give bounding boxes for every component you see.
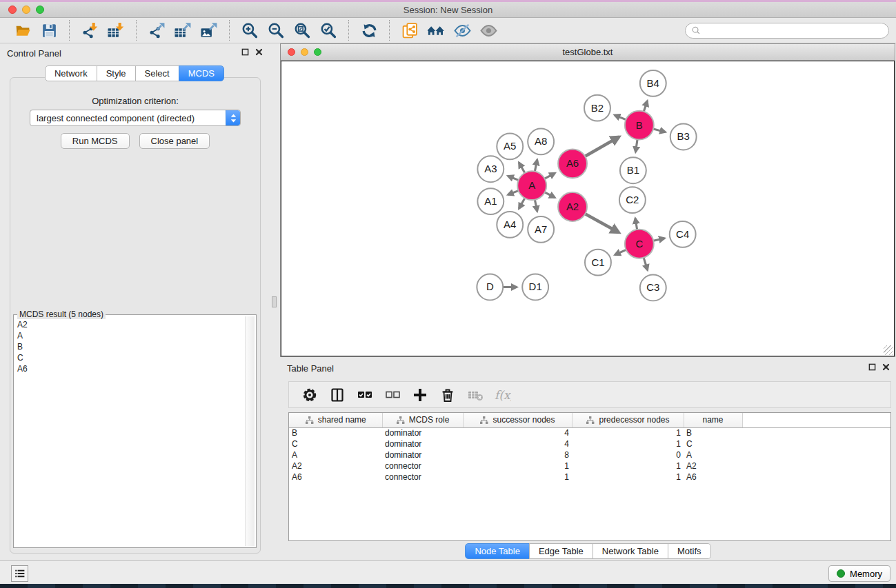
cell[interactable]: B (289, 427, 382, 438)
close-control-panel-button[interactable] (255, 48, 263, 57)
edge-A-A6[interactable] (545, 173, 555, 179)
cell[interactable]: 1 (463, 472, 572, 483)
import-network-button[interactable] (79, 20, 100, 41)
node-B1[interactable]: B1 (620, 157, 646, 183)
edge-C-C4[interactable] (653, 239, 664, 241)
mcds-result-item[interactable]: B (15, 341, 243, 352)
cell[interactable]: dominator (382, 427, 463, 438)
search-input[interactable] (701, 25, 883, 36)
edge-B-B3[interactable] (653, 129, 666, 132)
column-header-successor-nodes[interactable]: successor nodes (463, 413, 572, 427)
cell[interactable]: 1 (572, 472, 684, 483)
cell[interactable]: 4 (463, 427, 572, 438)
export-network-button[interactable] (146, 20, 167, 41)
column-header-shared-name[interactable]: shared name (289, 413, 382, 427)
table-row[interactable]: Bdominator41B (289, 427, 890, 438)
node-C4[interactable]: C4 (670, 221, 696, 247)
close-table-panel-button[interactable] (882, 363, 890, 372)
column-header-name[interactable]: name (684, 413, 742, 427)
zoom-fit-button[interactable] (292, 20, 312, 41)
node-B[interactable]: B (625, 111, 654, 140)
cell[interactable]: 8 (463, 449, 572, 460)
export-table-button[interactable] (172, 20, 193, 41)
clone-network-button[interactable] (399, 20, 420, 41)
cell[interactable]: C (684, 438, 742, 449)
node-C2[interactable]: C2 (619, 187, 646, 213)
close-panel-button[interactable]: Close panel (139, 133, 210, 149)
panel-split-divider[interactable] (269, 43, 280, 560)
float-control-panel-button[interactable] (241, 48, 250, 57)
columns-button[interactable] (327, 385, 348, 405)
edge-B-B1[interactable] (635, 139, 637, 152)
tab-mcds[interactable]: MCDS (179, 65, 224, 81)
table-row[interactable]: Adominator80A (289, 449, 890, 460)
edge-C-C1[interactable] (615, 250, 626, 254)
tab-network[interactable]: Network (45, 65, 97, 81)
mcds-result-item[interactable]: A (15, 330, 243, 341)
zoom-out-button[interactable] (266, 20, 286, 41)
mcds-result-scrollbar[interactable] (245, 316, 255, 546)
save-session-button[interactable] (39, 20, 59, 41)
edge-A-A3[interactable] (508, 176, 518, 180)
cell[interactable]: connector (382, 460, 463, 472)
home-button[interactable] (426, 20, 446, 41)
edge-A2-C[interactable] (585, 214, 619, 232)
cell[interactable]: 1 (572, 460, 684, 472)
node-A4[interactable]: A4 (497, 212, 523, 238)
cell[interactable]: A2 (289, 460, 382, 472)
float-table-panel-button[interactable] (868, 363, 877, 372)
gear-button[interactable] (299, 385, 320, 405)
mcds-result-item[interactable]: C (15, 352, 243, 363)
node-B2[interactable]: B2 (584, 95, 610, 121)
node-C1[interactable]: C1 (585, 250, 611, 276)
node-A[interactable]: A (517, 171, 546, 200)
edge-A-A5[interactable] (519, 163, 524, 173)
table-row[interactable]: Cdominator41C (289, 438, 890, 449)
cell[interactable]: A (684, 449, 742, 460)
cell[interactable]: B (684, 427, 742, 438)
cell[interactable]: C (289, 438, 382, 449)
table-row[interactable]: A6connector11A6 (289, 472, 890, 483)
birds-eye-button[interactable] (452, 20, 472, 41)
tab-edge-table[interactable]: Edge Table (529, 543, 593, 559)
edge-A6-B[interactable] (585, 136, 619, 156)
zoom-selected-button[interactable] (318, 20, 339, 41)
edge-A-A1[interactable] (508, 191, 518, 195)
node-A2[interactable]: A2 (558, 192, 587, 221)
cell[interactable]: 1 (463, 460, 572, 472)
cell[interactable]: A6 (289, 472, 382, 483)
zoom-in-button[interactable] (239, 20, 260, 41)
cell[interactable]: 1 (572, 438, 684, 449)
tab-network-table[interactable]: Network Table (593, 543, 668, 559)
cell[interactable]: dominator (382, 449, 463, 460)
node-D1[interactable]: D1 (522, 274, 548, 301)
node-C[interactable]: C (625, 230, 654, 258)
cell[interactable]: A (289, 449, 382, 460)
edge-C-C3[interactable] (644, 258, 648, 270)
node-A5[interactable]: A5 (497, 134, 523, 160)
tab-node-table[interactable]: Node Table (465, 543, 530, 559)
edge-A-A7[interactable] (535, 200, 537, 212)
cell[interactable]: dominator (382, 438, 463, 449)
edge-A-A4[interactable] (519, 198, 524, 208)
tab-motifs[interactable]: Motifs (668, 543, 711, 559)
node-C3[interactable]: C3 (640, 275, 666, 301)
unselect-all-button[interactable] (382, 385, 403, 405)
node-A6[interactable]: A6 (558, 149, 587, 178)
node-A8[interactable]: A8 (528, 129, 554, 155)
node-D[interactable]: D (477, 274, 503, 301)
mcds-result-item[interactable]: A2 (15, 319, 243, 330)
refresh-button[interactable] (359, 20, 379, 41)
cell[interactable]: A6 (684, 472, 742, 483)
node-A7[interactable]: A7 (528, 216, 554, 243)
node-B3[interactable]: B3 (670, 124, 697, 150)
tab-select[interactable]: Select (135, 65, 179, 81)
cell[interactable]: 4 (463, 438, 572, 449)
select-all-button[interactable] (355, 385, 375, 405)
memory-button[interactable]: Memory (828, 565, 890, 582)
cell[interactable]: A2 (684, 460, 742, 472)
import-table-button[interactable] (106, 20, 126, 41)
node-A3[interactable]: A3 (477, 156, 504, 182)
export-image-button[interactable] (199, 20, 219, 41)
search-box[interactable] (685, 23, 889, 39)
